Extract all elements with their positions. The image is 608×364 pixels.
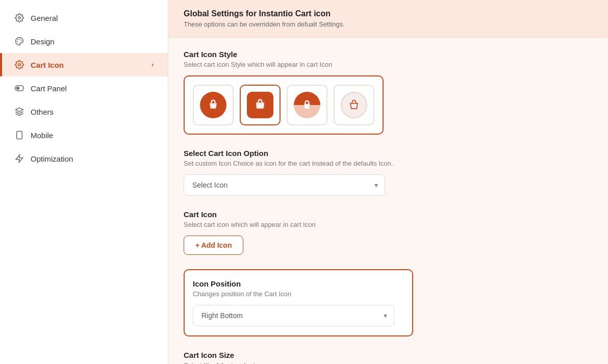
sidebar-item-optimization-label: Optimization [31,154,73,163]
icon-position-select-wrapper: Right Bottom Left Bottom Right Top Left … [193,305,394,326]
select-cart-icon-title: Select Cart Icon Option [184,149,593,158]
cart-icon-size-title: Cart Icon Size [184,351,593,359]
cart-icon-section: Cart Icon Select cart icon which will ap… [184,210,593,255]
svg-point-4 [17,41,18,42]
sidebar-item-optimization[interactable]: Optimization [0,147,168,170]
mobile-icon [14,130,24,140]
arrow-2 [597,257,608,298]
add-icon-label: + Add Icon [195,241,232,249]
icon-position-title: Icon Position [193,279,404,288]
layers-icon [14,107,24,117]
icon-position-section: Icon Position Changes position of the Ca… [184,269,593,336]
svg-point-3 [18,39,18,40]
gear-icon [14,13,24,23]
icon-style-option-3[interactable] [287,85,327,125]
sidebar-item-cart-icon[interactable]: Cart Icon › [0,53,168,76]
cart-icon-title: Cart Icon [184,210,593,219]
svg-point-0 [18,17,21,19]
svg-marker-8 [16,108,23,112]
svg-point-2 [21,41,22,41]
icon-position-dropdown[interactable]: Right Bottom Left Bottom Right Top Left … [193,305,394,326]
header-banner: Global Settings for Instantio Cart icon … [168,0,608,38]
select-icon-dropdown[interactable]: Select Icon Custom Icon 1 Custom Icon 2 [184,174,385,196]
sidebar-item-cart-panel-label: Cart Panel [31,84,67,93]
select-cart-icon-section: Select Cart Icon Option Set custom Icon … [184,149,593,196]
cart-icon-desc: Select cart icon which will appear in ca… [184,221,593,228]
sidebar-item-cart-icon-label: Cart Icon [31,61,64,69]
svg-rect-13 [212,106,215,108]
icon-position-desc: Changes position of the Cart Icon [193,290,404,298]
icon-style-box [184,75,384,135]
cart-icon-style-section: Cart Icon Style Select cart icon Style w… [184,50,593,135]
palette-icon [14,36,24,46]
svg-point-7 [17,87,19,90]
cart-icon-size-section: Cart Icon Size Set width of the toggler … [184,351,593,364]
icon-style-3-graphic [294,92,320,118]
cart-icon-size-desc: Set width of the toggler icon [184,361,593,364]
toggle-icon [14,83,24,93]
sidebar-item-others[interactable]: Others [0,100,168,123]
sidebar-item-others-label: Others [31,108,54,116]
icon-style-option-4[interactable] [334,85,374,125]
lightning-icon [14,153,24,164]
sidebar-item-general[interactable]: General [0,6,168,30]
position-box: Icon Position Changes position of the Ca… [184,269,413,336]
sidebar-item-mobile[interactable]: Mobile [0,123,168,147]
icon-style-4-graphic [341,92,367,118]
arrow-1 [597,91,608,132]
settings-icon [14,60,24,70]
select-cart-icon-desc: Set custom Icon Choice as icon for the c… [184,160,593,167]
cart-icon-style-desc: Select cart icon Style which will appear… [184,61,593,68]
svg-point-1 [20,39,20,40]
svg-point-5 [18,64,21,66]
sidebar-item-design-label: Design [31,37,55,46]
sidebar-item-general-label: General [31,14,58,22]
page-title: Global Settings for Instantio Cart icon [184,9,593,18]
icon-style-1-graphic [200,92,226,118]
add-icon-button[interactable]: + Add Icon [184,236,243,255]
main-content: Global Settings for Instantio Cart icon … [168,0,608,364]
sidebar-item-design[interactable]: Design [0,30,168,53]
cart-icon-style-title: Cart Icon Style [184,50,593,59]
sidebar-item-mobile-label: Mobile [31,131,53,140]
chevron-right-icon: › [151,61,154,68]
icon-style-2-graphic [247,92,273,118]
sidebar-item-cart-panel[interactable]: Cart Panel [0,76,168,100]
page-subtitle: These options can be overridden from def… [184,20,593,28]
content-area: Cart Icon Style Select cart icon Style w… [168,38,608,364]
icon-style-option-2[interactable] [240,85,281,125]
sidebar: General Design Cart Icon › Cart Panel [0,0,168,364]
svg-marker-11 [16,155,23,163]
select-icon-wrapper: Select Icon Custom Icon 1 Custom Icon 2 [184,174,385,196]
icon-style-option-1[interactable] [193,85,234,125]
